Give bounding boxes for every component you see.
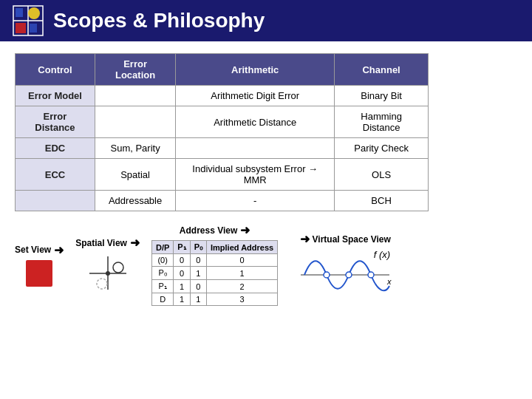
row-error-distance: Error Distance [16, 106, 95, 138]
table-row: Addressable - BCH [16, 191, 429, 211]
set-diagram [26, 260, 52, 287]
cell-edc-arithmetic [176, 138, 335, 159]
addr-cell: 1 [206, 267, 277, 280]
addr-cell: P₁ [151, 280, 173, 293]
col-header-channel: Channel [335, 54, 429, 86]
row-error-model: Error Model [16, 86, 95, 106]
addr-col-dp: D/P [151, 241, 173, 254]
addr-row: D 1 1 3 [151, 293, 277, 306]
addr-cell: 1 [174, 293, 190, 306]
cell-edc-location: Sum, Parity [95, 138, 175, 159]
addr-row: P₀ 0 1 1 [151, 267, 277, 280]
row-ecc: ECC [16, 159, 95, 191]
cell-ecc-location: Spatial [95, 159, 175, 191]
svg-rect-4 [16, 23, 26, 33]
cell-error-model-arithmetic: Arithmetic Digit Error [176, 86, 335, 106]
fx-label: f (x) [374, 249, 390, 260]
col-header-arithmetic: Arithmetic [176, 54, 335, 86]
svg-point-9 [113, 262, 123, 273]
svg-point-10 [97, 279, 107, 289]
addr-col-p0: P₀ [190, 241, 206, 254]
cell-error-dist-location [95, 106, 175, 138]
svg-rect-5 [30, 24, 37, 33]
addr-cell: 1 [190, 293, 206, 306]
cell-error-model-channel: Binary Bit [335, 86, 429, 106]
addr-cell: 1 [190, 267, 206, 280]
col-header-error-location: Error Location [95, 54, 175, 86]
addr-col-implied: Implied Address [206, 241, 277, 254]
cell-error-model-location [95, 86, 175, 106]
page-header: Scopes & Philosophy [0, 0, 532, 41]
address-view-label: Address View ➜ [180, 223, 250, 237]
spatial-view-label: Spatial View ➜ [75, 236, 140, 250]
scope-table: Control Error Location Arithmetic Channe… [15, 53, 429, 211]
svg-point-3 [28, 7, 40, 19]
addr-cell: 0 [190, 254, 206, 267]
col-header-control: Control [16, 54, 95, 86]
svg-point-15 [368, 272, 374, 278]
addr-cell: P₀ [151, 267, 173, 280]
addr-row: P₁ 1 0 2 [151, 280, 277, 293]
table-row: Error Distance Arithmetic Distance Hammi… [16, 106, 429, 138]
addr-cell: 0 [206, 254, 277, 267]
cell-edc-channel: Parity Check [335, 138, 429, 159]
svg-text:x: x [386, 277, 392, 286]
cell-addr-channel: BCH [335, 191, 429, 211]
arrow-icon-3: ➜ [240, 223, 250, 237]
cell-error-dist-channel: Hamming Distance [335, 106, 429, 138]
row-edc: EDC [16, 138, 95, 159]
addr-cell: 2 [206, 280, 277, 293]
virtual-view-label: ➜ Virtual Space View [300, 232, 391, 246]
table-row: EDC Sum, Parity Parity Check [16, 138, 429, 159]
addr-row: (0) 0 0 0 [151, 254, 277, 267]
arrow-icon-2: ➜ [130, 236, 140, 250]
logo-icon [12, 4, 44, 37]
svg-point-14 [346, 272, 352, 278]
address-table: D/P P₁ P₀ Implied Address (0) 0 0 0 P₀ [151, 240, 278, 306]
svg-rect-6 [16, 8, 23, 17]
main-content: Control Error Location Arithmetic Channe… [0, 41, 532, 318]
cell-error-dist-arithmetic: Arithmetic Distance [176, 106, 335, 138]
addr-cell: 0 [174, 267, 190, 280]
addr-cell: 0 [174, 254, 190, 267]
addr-cell: 1 [174, 280, 190, 293]
table-row: ECC Spatial Individual subsystem Error →… [16, 159, 429, 191]
table-row: Error Model Arithmetic Digit Error Binar… [16, 86, 429, 106]
cell-addr-arithmetic: - [176, 191, 335, 211]
set-view-label: Set View ➜ [15, 243, 64, 257]
addr-cell: 0 [190, 280, 206, 293]
row-addressable [16, 191, 95, 211]
cell-ecc-channel: OLS [335, 159, 429, 191]
addr-cell: (0) [151, 254, 173, 267]
addr-cell: D [151, 293, 173, 306]
arrow-icon: ➜ [54, 243, 64, 257]
svg-point-11 [106, 271, 110, 276]
page-title: Scopes & Philosophy [53, 9, 265, 33]
addr-col-p1: P₁ [174, 241, 190, 254]
bottom-row: Set View ➜ Spatial View ➜ [15, 223, 517, 306]
spatial-diagram [86, 253, 130, 293]
cell-ecc-arithmetic: Individual subsystem Error → MMR [176, 159, 335, 191]
svg-point-13 [324, 272, 330, 278]
addr-cell: 3 [206, 293, 277, 306]
arrow-icon-4: ➜ [300, 232, 310, 246]
cell-addr-location: Addressable [95, 191, 175, 211]
